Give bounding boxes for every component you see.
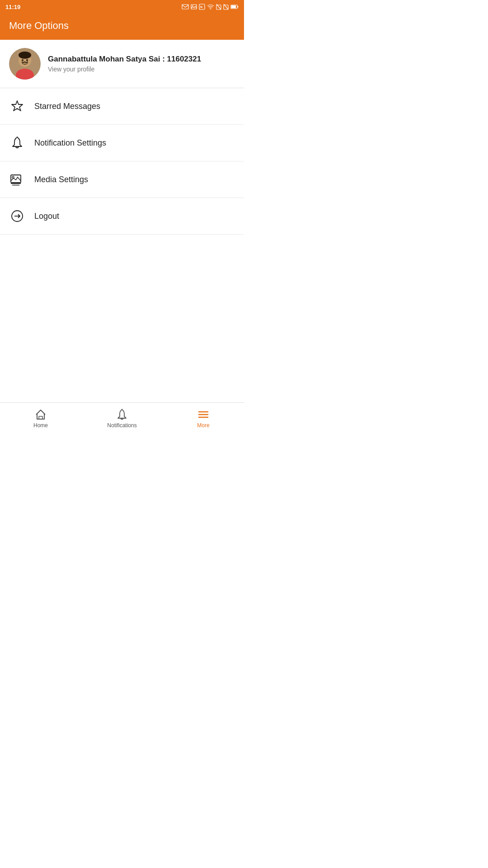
wifi-icon bbox=[207, 4, 214, 9]
media-icon bbox=[9, 171, 25, 188]
nav-item-notifications[interactable]: Notifications bbox=[81, 403, 163, 434]
svg-point-15 bbox=[19, 52, 31, 59]
avatar-image bbox=[9, 48, 41, 80]
nfc-icon: N bbox=[199, 4, 205, 10]
svg-rect-12 bbox=[238, 6, 239, 8]
avatar bbox=[9, 48, 41, 80]
status-icons: N bbox=[182, 4, 239, 10]
battery-icon bbox=[230, 4, 239, 9]
nosim1-icon bbox=[216, 4, 221, 10]
home-nav-icon bbox=[34, 408, 47, 421]
main-content: Gannabattula Mohan Satya Sai : 11602321 … bbox=[0, 40, 244, 401]
svg-point-17 bbox=[22, 59, 23, 61]
profile-subtext: View your profile bbox=[48, 66, 201, 73]
svg-point-21 bbox=[12, 176, 14, 178]
profile-name: Gannabattula Mohan Satya Sai : 11602321 bbox=[48, 55, 201, 64]
status-bar: 11:19 N bbox=[0, 0, 244, 14]
logout-label: Logout bbox=[34, 212, 59, 221]
more-nav-icon bbox=[197, 408, 210, 421]
logout-icon bbox=[9, 208, 25, 224]
notification-settings-label: Notification Settings bbox=[34, 138, 106, 148]
notifications-nav-icon bbox=[116, 408, 128, 421]
app-header: More Options bbox=[0, 14, 244, 40]
svg-point-18 bbox=[26, 59, 28, 61]
svg-point-2 bbox=[192, 5, 193, 6]
media-settings-label: Media Settings bbox=[34, 175, 88, 184]
menu-item-logout[interactable]: Logout bbox=[0, 198, 244, 235]
page-title: More Options bbox=[9, 20, 69, 31]
bottom-nav: Home Notifications More bbox=[0, 402, 244, 434]
star-icon bbox=[9, 98, 25, 114]
nav-item-more[interactable]: More bbox=[163, 403, 244, 434]
nosim2-icon bbox=[223, 4, 229, 10]
menu-item-media-settings[interactable]: Media Settings bbox=[0, 161, 244, 198]
starred-messages-label: Starred Messages bbox=[34, 102, 100, 111]
svg-text:N: N bbox=[200, 5, 202, 9]
menu-item-starred-messages[interactable]: Starred Messages bbox=[0, 88, 244, 125]
nav-item-home[interactable]: Home bbox=[0, 403, 81, 434]
bell-icon bbox=[9, 135, 25, 151]
image-icon bbox=[191, 4, 197, 9]
more-nav-label: More bbox=[197, 422, 209, 429]
notifications-nav-label: Notifications bbox=[107, 422, 136, 429]
svg-rect-11 bbox=[231, 5, 236, 8]
svg-point-5 bbox=[210, 9, 211, 9]
menu-item-notification-settings[interactable]: Notification Settings bbox=[0, 125, 244, 161]
status-time: 11:19 bbox=[5, 4, 20, 10]
profile-section[interactable]: Gannabattula Mohan Satya Sai : 11602321 … bbox=[0, 40, 244, 88]
menu-list: Starred Messages Notification Settings bbox=[0, 88, 244, 235]
svg-rect-0 bbox=[182, 5, 188, 9]
gmail-icon bbox=[182, 4, 189, 9]
home-nav-label: Home bbox=[33, 422, 48, 429]
profile-info: Gannabattula Mohan Satya Sai : 11602321 … bbox=[48, 55, 201, 73]
